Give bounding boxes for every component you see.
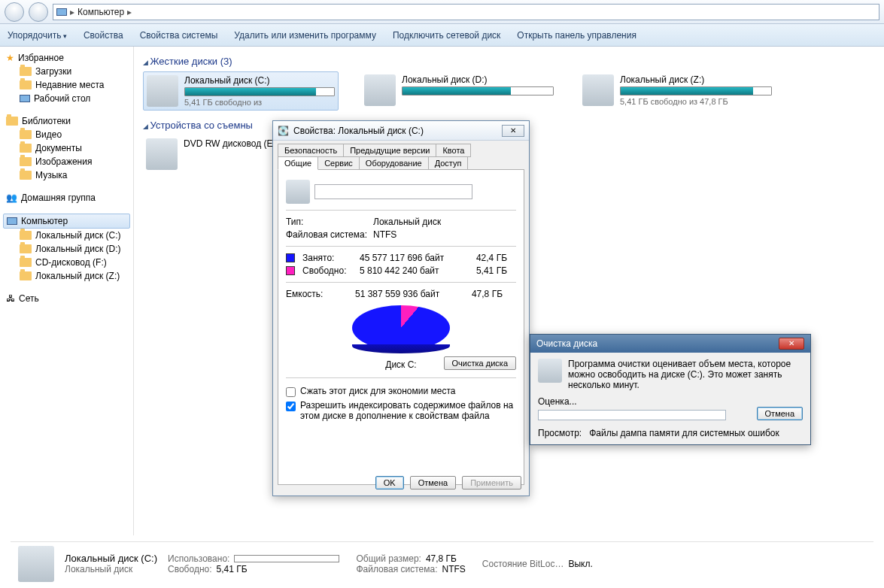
sidebar-computer[interactable]: Компьютер [3,214,130,229]
free-bytes: 5 810 442 240 байт [360,265,457,276]
scan-label: Просмотр: [538,428,582,438]
sidebar-favorites[interactable]: ★Избранное [3,51,130,65]
used-label: Занято: [302,253,355,263]
apply-button[interactable]: Применить [462,476,521,489]
computer-icon [56,8,67,16]
sidebar-network[interactable]: 🖧Сеть [3,292,130,305]
tab-access[interactable]: Доступ [428,156,469,170]
used-label: Использовано: [168,553,229,564]
sidebar-downloads[interactable]: Загрузки [3,65,130,78]
sidebar-drive-c[interactable]: Локальный диск (C:) [3,229,130,242]
breadcrumb[interactable]: ▸ Компьютер ▸ [53,4,879,20]
chevron-right-icon: ▸ [127,7,132,17]
used-gb: 42,4 ГБ [462,253,507,263]
drive-icon [286,180,310,204]
homegroup-icon: 👥 [6,192,17,203]
library-icon [6,117,18,126]
sidebar-music[interactable]: Музыка [3,168,130,182]
sidebar-drive-f[interactable]: CD-дисковод (F:) [3,256,130,269]
sidebar-pictures[interactable]: Изображения [3,155,130,168]
drive-icon [20,231,32,240]
details-name: Локальный диск (C:) [65,553,157,564]
dialog-titlebar[interactable]: 💽 Свойства: Локальный диск (C:) ✕ [273,121,529,141]
evaluating-label: Оценка... [538,396,803,407]
sidebar-drive-d[interactable]: Локальный диск (D:) [3,242,130,256]
sidebar-documents[interactable]: Документы [3,141,130,155]
cancel-button[interactable]: Отмена [757,407,803,420]
capacity-label: Емкость: [286,289,351,299]
document-icon [20,144,32,153]
tab-quota[interactable]: Квота [436,144,471,157]
sidebar-videos[interactable]: Видео [3,128,130,141]
compress-checkbox[interactable] [286,387,296,397]
system-properties-button[interactable]: Свойства системы [140,30,218,41]
video-icon [20,130,32,139]
sidebar-recent[interactable]: Недавние места [3,78,130,92]
bitlocker-label: Состояние BitLoc… [482,559,564,569]
drive-icon [18,546,54,582]
organize-menu[interactable]: Упорядочить [8,30,67,41]
tab-security[interactable]: Безопасность [278,144,344,157]
nav-sidebar: ★Избранное Загрузки Недавние места Рабоч… [0,47,134,535]
close-button[interactable]: ✕ [502,125,524,137]
tab-service[interactable]: Сервис [317,156,360,170]
drive-icon [582,74,614,106]
map-drive-button[interactable]: Подключить сетевой диск [393,30,500,41]
usage-bar [234,555,339,562]
tab-previous-versions[interactable]: Предыдущие версии [343,144,436,157]
drive-icon: 💽 [278,126,289,136]
details-type: Локальный диск [65,564,157,574]
sidebar-libraries[interactable]: Библиотеки [3,114,130,128]
uninstall-button[interactable]: Удалить или изменить программу [234,30,376,41]
used-color-icon [286,253,295,262]
tab-hardware[interactable]: Оборудование [359,156,429,170]
cancel-button[interactable]: Отмена [410,476,456,489]
type-label: Тип: [286,217,369,227]
sidebar-desktop[interactable]: Рабочий стол [3,92,130,105]
compress-label: Сжать этот диск для экономии места [300,386,455,396]
drive-icon [20,244,32,253]
drive-free: 5,41 ГБ свободно из 47,8 ГБ [620,97,772,106]
drive-name-input[interactable] [314,184,472,199]
properties-button[interactable]: Свойства [84,30,123,41]
fs-value: NTFS [442,564,465,574]
drive-z[interactable]: Локальный диск (Z:) 5,41 ГБ свободно из … [579,71,775,111]
used-bytes: 45 577 117 696 байт [360,253,457,263]
sidebar-homegroup[interactable]: 👥Домашняя группа [3,191,130,205]
dialog-titlebar[interactable]: Очистка диска ✕ [530,335,810,353]
drive-d[interactable]: Локальный диск (D:) [361,71,557,111]
nav-back-button[interactable] [5,2,24,22]
progress-bar [538,410,726,420]
dialog-title: Очистка диска [536,338,597,349]
cleanup-icon [538,359,562,383]
index-checkbox[interactable] [286,402,296,411]
free-value: 5,41 ГБ [217,564,248,574]
capacity-gb: 47,8 ГБ [457,289,503,299]
usage-bar [402,86,554,95]
control-panel-button[interactable]: Открыть панель управления [517,30,636,41]
music-icon [20,171,32,180]
pie-chart [352,305,450,358]
drive-icon [20,271,32,280]
picture-icon [20,157,32,166]
usage-bar [620,86,772,95]
properties-dialog: 💽 Свойства: Локальный диск (C:) ✕ Безопа… [272,120,530,496]
details-pane: Локальный диск (C:) Локальный диск Испол… [11,541,873,585]
toolbar: Упорядочить Свойства Свойства системы Уд… [0,24,884,47]
bitlocker-value: Выкл. [568,559,592,569]
total-value: 47,8 ГБ [426,553,457,564]
breadcrumb-root[interactable]: Компьютер [77,7,124,17]
drive-label: Локальный диск (C:) [184,75,335,86]
drive-c[interactable]: Локальный диск (C:) 5,41 ГБ свободно из [143,71,339,111]
nav-forward-button[interactable] [29,2,48,22]
section-hdd[interactable]: Жесткие диски (3) [143,56,875,67]
folder-icon [20,67,32,76]
tab-general[interactable]: Общие [278,156,318,170]
ok-button[interactable]: OK [375,476,404,489]
capacity-bytes: 51 387 559 936 байт [355,289,453,299]
close-button[interactable]: ✕ [779,338,804,350]
sidebar-drive-z[interactable]: Локальный диск (Z:) [3,269,130,283]
disk-cleanup-button[interactable]: Очистка диска [444,356,516,370]
fs-value: NTFS [373,229,396,240]
dvd-icon [146,138,178,170]
